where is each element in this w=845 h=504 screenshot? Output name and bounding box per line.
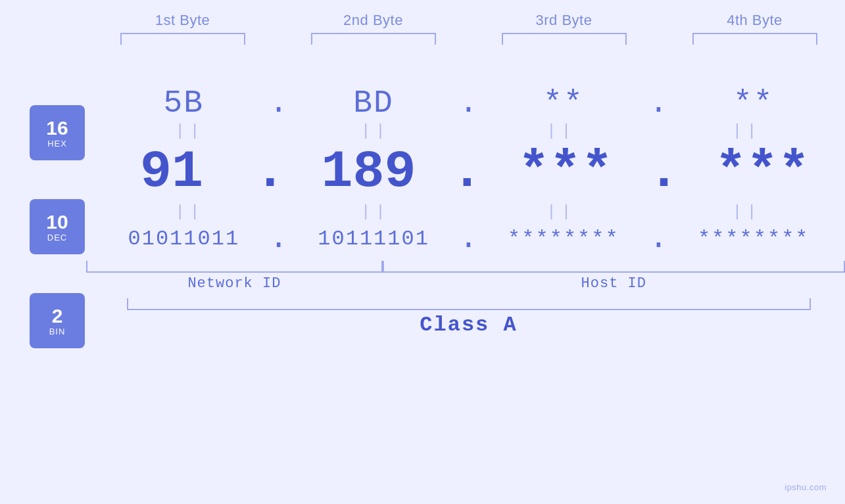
watermark: ipshu.com xyxy=(785,482,827,492)
dec-byte2: 189 xyxy=(286,142,451,202)
class-bracket xyxy=(127,298,811,310)
dec-row: 91 . 189 . *** . *** xyxy=(0,142,845,202)
dec-dot3: . xyxy=(648,146,680,198)
bin-byte4: ******** xyxy=(668,227,839,251)
equals-row-2: || . || . || . || xyxy=(0,204,845,220)
byte2-label: 2nd Byte xyxy=(343,12,403,29)
byte3-header: 3rd Byte xyxy=(479,12,650,45)
hex-byte3: ** xyxy=(478,85,649,121)
byte4-header: 4th Byte xyxy=(669,12,840,45)
bin-byte2: 10111101 xyxy=(288,227,459,251)
byte1-bracket-top xyxy=(120,33,245,45)
byte3-bracket-top xyxy=(502,33,627,45)
host-bracket xyxy=(383,261,845,273)
dec-dot2: . xyxy=(451,146,483,198)
dec-byte3: *** xyxy=(483,142,648,202)
byte4-label: 4th Byte xyxy=(727,12,783,29)
dec-byte1: 91 xyxy=(89,142,254,202)
hex-dot1: . xyxy=(269,87,288,119)
byte1-header: 1st Byte xyxy=(97,12,268,45)
class-label: Class A xyxy=(127,313,811,337)
eq1-b4: || xyxy=(662,124,833,139)
bin-byte1: 01011011 xyxy=(98,227,269,251)
id-label-row: Network ID Host ID xyxy=(0,275,845,292)
eq1-b3: || xyxy=(476,124,647,139)
bottom-bracket-row xyxy=(0,261,845,273)
data-section: 5B . BD . ** . ** || . || . || . || 91 .… xyxy=(0,66,845,337)
equals-row-1: || . || . || . || xyxy=(0,124,845,139)
byte3-label: 3rd Byte xyxy=(536,12,592,29)
hex-byte4: ** xyxy=(668,85,839,121)
eq1-b1: || xyxy=(105,124,276,139)
byte1-label: 1st Byte xyxy=(155,12,210,29)
hex-dot3: . xyxy=(649,87,668,119)
eq2-b1: || xyxy=(105,204,276,220)
network-id-label: Network ID xyxy=(86,275,382,292)
bin-byte3: ******** xyxy=(478,227,649,251)
main-container: 1st Byte 2nd Byte 3rd Byte 4th Byte 16 H… xyxy=(0,0,845,504)
byte4-bracket-top xyxy=(692,33,817,45)
hex-row: 5B . BD . ** . ** xyxy=(0,85,845,121)
byte2-bracket-top xyxy=(311,33,436,45)
bin-dot3: . xyxy=(649,223,668,254)
bin-dot2: . xyxy=(459,223,478,254)
eq2-b4: || xyxy=(662,204,833,220)
network-bracket xyxy=(86,261,382,273)
hex-byte2: BD xyxy=(288,85,459,121)
eq2-b2: || xyxy=(290,204,461,220)
eq2-b3: || xyxy=(476,204,647,220)
byte2-header: 2nd Byte xyxy=(288,12,459,45)
eq1-b2: || xyxy=(290,124,461,139)
byte-headers: 1st Byte 2nd Byte 3rd Byte 4th Byte xyxy=(0,0,845,45)
dec-dot1: . xyxy=(254,146,286,198)
hex-byte1: 5B xyxy=(98,85,269,121)
dec-byte4: *** xyxy=(680,142,845,202)
bin-dot1: . xyxy=(269,223,288,254)
bin-row: 01011011 . 10111101 . ******** . *******… xyxy=(0,223,845,254)
hex-dot2: . xyxy=(459,87,478,119)
host-id-label: Host ID xyxy=(383,275,845,292)
